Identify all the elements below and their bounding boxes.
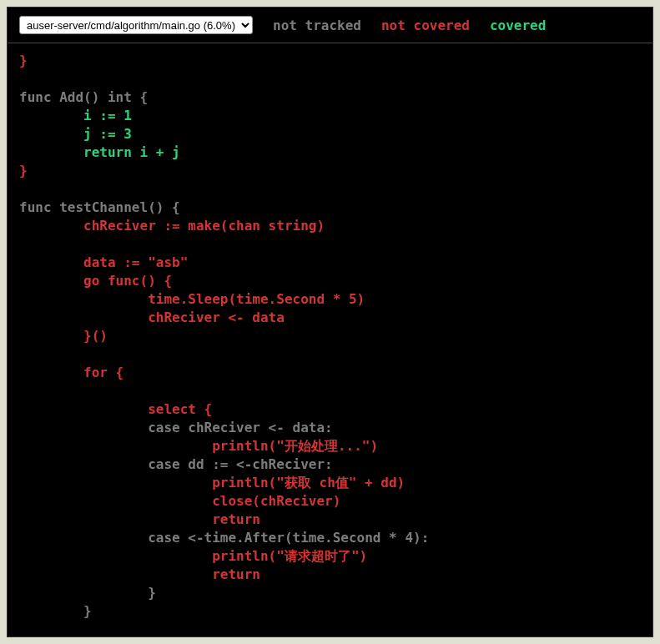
code-line: } [19,602,641,621]
code-line: for { [19,364,641,382]
topbar: auser-server/cmd/algorithm/main.go (6.0%… [8,8,652,43]
code-line: select { [19,400,641,419]
code-line: return i + j [19,143,641,162]
coverage-viewer: auser-server/cmd/algorithm/main.go (6.0%… [7,7,653,637]
code-line: time.Sleep(time.Second * 5) [19,290,641,309]
code-line: func Add() int { [19,88,641,107]
code-line: i := 1 [19,107,641,125]
code-line: case chReciver <- data: [19,419,641,437]
code-line: chReciver := make(chan string) [19,217,641,235]
code-line: } [19,162,641,180]
code-line: } [19,52,641,70]
file-dropdown[interactable]: auser-server/cmd/algorithm/main.go (6.0%… [19,16,253,34]
code-line: case dd := <-chReciver: [19,455,641,474]
code-line [19,621,641,636]
legend-not-covered: not covered [381,18,470,33]
code-line: go func() { [19,272,641,290]
code-line [19,70,641,88]
code-line: case <-time.After(time.Second * 4): [19,529,641,547]
code-line: func testChannel() { [19,199,641,217]
code-line: }() [19,327,641,345]
code-line: println("获取 ch值" + dd) [19,474,641,492]
code-line [19,345,641,364]
code-line: chReciver <- data [19,309,641,327]
code-line: data := "asb" [19,254,641,272]
code-line: return [19,566,641,584]
code-line: println("请求超时了") [19,547,641,566]
code-line [19,180,641,199]
code-line: } [19,584,641,602]
legend-covered: covered [490,18,546,33]
code-area: } func Add() int { i := 1 j := 3 return … [8,43,652,636]
code-line: close(chReciver) [19,492,641,511]
code-line: return [19,511,641,529]
code-line: println("开始处理...") [19,437,641,455]
code-line [19,235,641,254]
code-line: j := 3 [19,125,641,143]
legend-not-tracked: not tracked [273,18,361,33]
code-line [19,382,641,400]
